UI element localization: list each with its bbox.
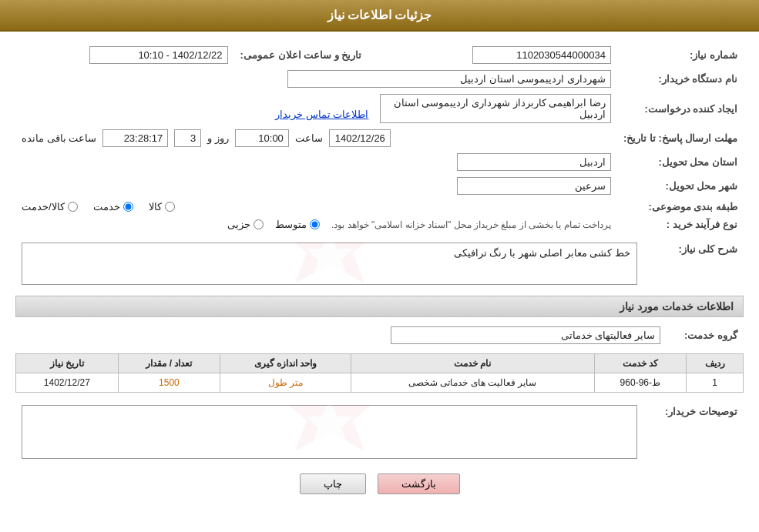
ostan-value: اردبیل [15, 150, 617, 174]
col-nam: نام خدمت [351, 354, 595, 373]
gorohe-box: سایر فعالیتهای خدماتی [391, 326, 660, 344]
print-button[interactable]: چاپ [300, 473, 366, 494]
tarikh-elaan-box: 1402/12/22 - 10:10 [89, 46, 228, 64]
saat-mande-label: ساعت باقی مانده [22, 132, 96, 144]
cell-radif: 1 [687, 373, 744, 393]
main-info-table: شماره نیاز: 1102030544000034 تاریخ و ساع… [15, 43, 744, 233]
shahr-box: سرعین [457, 177, 611, 195]
gorohe-label: گروه خدمت: [667, 323, 744, 347]
col-kod: کد خدمت [594, 354, 686, 373]
cell-vahed: متر طول [220, 373, 351, 393]
table-row: 1 ط-96-960 سایر فعالیت های خدماتی شخصی م… [16, 373, 744, 393]
noe-motavaset: متوسط [275, 219, 320, 230]
nam-dastgah-label: نام دستگاه خریدار: [617, 67, 744, 91]
motavaset-radio[interactable] [310, 219, 320, 229]
motavaset-label: متوسط [275, 219, 307, 230]
khadamat-section-title: اطلاعات خدمات مورد نیاز [15, 296, 744, 317]
watermark-logo [253, 243, 407, 285]
tarikh-box: 1402/12/26 [329, 129, 391, 147]
ostan-label: استان محل تحویل: [617, 150, 744, 174]
ostan-box: اردبیل [457, 153, 611, 171]
nam-dastgah-box: شهرداری اردیبموسی استان اردبیل [287, 70, 611, 88]
cell-nam: سایر فعالیت های خدماتی شخصی [351, 373, 595, 393]
tabaqe-kala: کالا [149, 201, 175, 212]
saat-label: ساعت [295, 132, 323, 144]
sharh-table: شرح کلی نیاز: خط کشی معابر اصلی شهر با ر… [15, 239, 744, 288]
page-header: جزئیات اطلاعات نیاز [0, 0, 759, 32]
khadamat-label: خدمت [93, 201, 120, 212]
jozi-label: جزیی [227, 219, 250, 230]
toseehat-label: توصیحات خریدار: [643, 402, 744, 462]
noe-farayand-label: نوع فرآیند خرید : [617, 216, 744, 233]
sharh-label: شرح کلی نیاز: [643, 239, 744, 288]
saat-mande-box: 23:28:17 [102, 129, 168, 147]
kala-khadamat-label: کالا/خدمت [22, 201, 65, 212]
col-tarikh: تاریخ نیاز [16, 354, 119, 373]
kala-khadamat-radio[interactable] [68, 202, 78, 212]
ettlaat-tamas-link[interactable]: اطلاعات تماس خریدار [275, 109, 368, 120]
col-tedad: تعداد / مقدار [118, 354, 220, 373]
shomare-box: 1102030544000034 [472, 46, 611, 64]
kala-label: کالا [149, 201, 162, 212]
roz-box: 3 [174, 129, 201, 147]
gorohe-table: گروه خدمت: سایر فعالیتهای خدماتی [15, 323, 744, 347]
shahr-label: شهر محل تحویل: [617, 174, 744, 198]
nam-dastgah-value: شهرداری اردیبموسی استان اردبیل [15, 67, 617, 91]
button-row: بازگشت چاپ [15, 473, 744, 506]
cell-tedad: 1500 [118, 373, 220, 393]
jozi-radio[interactable] [254, 219, 264, 229]
noe-jozi: جزیی [227, 219, 264, 230]
tabaqe-label: طبقه بندی موضوعی: [617, 198, 744, 216]
shahr-value: سرعین [15, 174, 617, 198]
ijad-box: رضا ابراهیمی کاربرداز شهرداری اردیبموسی … [380, 94, 611, 123]
toseehat-table: توصیحات خریدار: [15, 402, 744, 462]
roz-label: روز و [207, 132, 229, 144]
khadamat-table: ردیف کد خدمت نام خدمت واحد اندازه گیری ت… [15, 353, 744, 393]
tarikh-elaan-label: تاریخ و ساعت اعلان عمومی: [234, 43, 368, 67]
noe-note: پرداخت تمام یا بخشی از مبلغ خریداز محل "… [331, 219, 611, 230]
saat-box: 10:00 [235, 129, 289, 147]
watermark-logo-2 [253, 405, 407, 459]
col-radif: ردیف [687, 354, 744, 373]
cell-tarikh: 1402/12/27 [16, 373, 119, 393]
tabaqe-khadamat: خدمت [93, 201, 133, 212]
ijad-label: ایجاد کننده درخواست: [617, 91, 744, 126]
gorohe-value: سایر فعالیتهای خدماتی [15, 323, 667, 347]
back-button[interactable]: بازگشت [378, 473, 460, 494]
cell-kod: ط-96-960 [594, 373, 686, 393]
page-title: جزئیات اطلاعات نیاز [327, 8, 432, 22]
kala-radio[interactable] [165, 202, 175, 212]
ijad-value: رضا ابراهیمی کاربرداز شهرداری اردیبموسی … [15, 91, 617, 126]
col-vahed: واحد اندازه گیری [220, 354, 351, 373]
tabaqe-kala-khadamat: کالا/خدمت [22, 201, 78, 212]
mohlat-label: مهلت ارسال پاسخ: تا تاریخ: [617, 126, 744, 150]
khadamat-radio[interactable] [123, 202, 133, 212]
shomare-label: شماره نیاز: [617, 43, 744, 67]
shomare-value: 1102030544000034 [398, 43, 617, 67]
tarikh-elaan-value: 1402/12/22 - 10:10 [15, 43, 234, 67]
